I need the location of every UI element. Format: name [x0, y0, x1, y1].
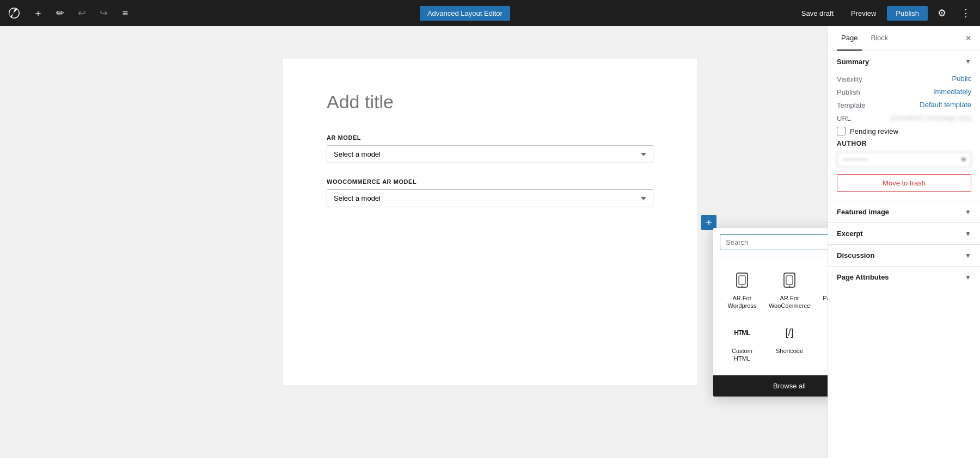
shortcode-icon: [/] — [780, 323, 799, 343]
block-item-ar-for-wordpress[interactable]: AR For Wordpress — [720, 264, 764, 317]
template-value[interactable]: Default template — [920, 101, 971, 109]
save-draft-button[interactable]: Save draft — [795, 6, 840, 21]
editor-content: AR MODEL Select a model WOOCOMMERCE AR M… — [283, 59, 697, 385]
add-block-button[interactable]: ＋ — [28, 3, 48, 23]
publish-value[interactable]: Immediately — [933, 88, 971, 96]
visibility-row: Visibility Public — [837, 72, 971, 85]
page-attributes-section: Page Attributes ▼ — [828, 267, 980, 288]
redo-icon: ↪ — [100, 7, 108, 19]
toolbar-right: Save draft Preview Publish ⚙ ⋮ — [795, 3, 976, 23]
toolbar-center: Advanced Layout Editor — [137, 6, 793, 21]
block-label-shortcode: Shortcode — [776, 347, 803, 355]
plus-icon: ＋ — [33, 7, 43, 20]
summary-title: Summary — [837, 58, 869, 66]
template-row: Template Default template — [837, 98, 971, 112]
settings-button[interactable]: ⚙ — [932, 3, 952, 23]
featured-image-title: Featured image — [837, 208, 889, 216]
ar-for-woocommerce-icon — [780, 270, 799, 290]
svg-rect-1 — [739, 276, 745, 284]
page-attributes-title: Page Attributes — [837, 273, 889, 281]
ar-for-wordpress-icon — [732, 270, 752, 290]
pending-review-label: Pending review — [850, 127, 898, 135]
ar-model-select[interactable]: Select a model — [327, 145, 653, 163]
tab-block[interactable]: Block — [866, 26, 892, 51]
block-label-ar-for-wordpress: AR For Wordpress — [724, 294, 760, 310]
undo-icon: ↩ — [78, 7, 86, 19]
url-label: URL — [837, 114, 851, 122]
advanced-layout-editor-button[interactable]: Advanced Layout Editor — [420, 6, 510, 21]
woocommerce-ar-model-field-group: WOOCOMMERCE AR MODEL Select a model — [327, 178, 653, 207]
publish-label: Publish — [837, 88, 860, 96]
url-value[interactable]: yoursiteurl.com/page-slug — [890, 114, 971, 122]
author-label: AUTHOR — [837, 138, 971, 147]
block-label-ar-for-woocommerce: AR For WooCommerce — [769, 294, 810, 310]
excerpt-section: Excerpt ▼ — [828, 223, 980, 245]
block-item-ar-for-woocommerce[interactable]: AR For WooCommerce — [764, 264, 814, 317]
featured-image-section: Featured image ▼ — [828, 201, 980, 223]
svg-rect-4 — [786, 276, 793, 284]
more-options-button[interactable]: ⋮ — [956, 3, 976, 23]
featured-image-header[interactable]: Featured image ▼ — [828, 201, 980, 222]
summary-section-header[interactable]: Summary ▲ — [828, 51, 980, 72]
settings-icon: ⚙ — [938, 7, 946, 19]
tab-page[interactable]: Page — [837, 26, 862, 51]
sidebar-tabs: Page Block × — [828, 26, 980, 51]
woocommerce-label: WOOCOMMERCE AR MODEL — [327, 178, 653, 185]
svg-rect-0 — [737, 273, 748, 287]
woocommerce-ar-model-select[interactable]: Select a model — [327, 189, 653, 207]
ar-model-label: AR MODEL — [327, 134, 653, 141]
right-sidebar: Page Block × Summary ▲ Visibility Public… — [828, 26, 980, 458]
ellipsis-icon: ⋮ — [961, 7, 971, 19]
page-attributes-chevron: ▼ — [965, 274, 971, 281]
ar-model-field-group: AR MODEL Select a model — [327, 134, 653, 163]
list-view-icon: ≡ — [122, 8, 128, 19]
publish-button[interactable]: Publish — [887, 6, 928, 21]
redo-button[interactable]: ↪ — [94, 3, 113, 23]
summary-chevron: ▲ — [965, 58, 971, 66]
summary-body: Visibility Public Publish Immediately Te… — [828, 72, 980, 201]
excerpt-chevron: ▼ — [965, 230, 971, 238]
visibility-label: Visibility — [837, 75, 862, 83]
discussion-header[interactable]: Discussion ▼ — [828, 245, 980, 266]
discussion-title: Discussion — [837, 251, 874, 259]
pending-review-checkbox[interactable] — [837, 127, 846, 135]
page-attributes-header[interactable]: Page Attributes ▼ — [828, 267, 980, 288]
url-row: URL yoursiteurl.com/page-slug — [837, 112, 971, 125]
block-item-shortcode[interactable]: [/] Shortcode — [764, 317, 814, 369]
excerpt-header[interactable]: Excerpt ▼ — [828, 223, 980, 244]
wordpress-logo — [4, 3, 24, 23]
publish-row: Publish Immediately — [837, 85, 971, 98]
visibility-value[interactable]: Public — [952, 75, 971, 83]
template-label: Template — [837, 101, 866, 109]
svg-rect-3 — [784, 273, 795, 287]
excerpt-title: Excerpt — [837, 230, 863, 238]
svg-point-2 — [742, 286, 743, 287]
author-select[interactable]: •••••••••• — [837, 152, 971, 168]
main-layout: AR MODEL Select a model WOOCOMMERCE AR M… — [0, 26, 980, 458]
edit-button[interactable]: ✏ — [50, 3, 70, 23]
block-label-custom-html: Custom HTML — [724, 347, 760, 363]
featured-image-chevron: ▼ — [965, 208, 971, 216]
preview-button[interactable]: Preview — [844, 6, 883, 21]
plus-icon: + — [706, 217, 712, 228]
discussion-chevron: ▼ — [965, 252, 971, 259]
list-view-button[interactable]: ≡ — [115, 3, 135, 23]
move-to-trash-button[interactable]: Move to trash — [837, 174, 971, 192]
discussion-section: Discussion ▼ — [828, 245, 980, 267]
toolbar-left: ＋ ✏ ↩ ↪ ≡ — [4, 3, 135, 23]
toolbar: ＋ ✏ ↩ ↪ ≡ Advanced Layout Editor Save dr… — [0, 0, 980, 26]
sidebar-close-button[interactable]: × — [965, 26, 971, 51]
pencil-icon: ✏ — [56, 7, 64, 19]
undo-button[interactable]: ↩ — [72, 3, 91, 23]
summary-section: Summary ▲ Visibility Public Publish Imme… — [828, 51, 980, 201]
svg-point-5 — [789, 286, 790, 287]
page-title-input[interactable] — [327, 91, 653, 113]
custom-html-icon: HTML — [732, 323, 752, 343]
block-item-custom-html[interactable]: HTML Custom HTML — [720, 317, 764, 369]
pending-review-row: Pending review — [837, 125, 971, 138]
